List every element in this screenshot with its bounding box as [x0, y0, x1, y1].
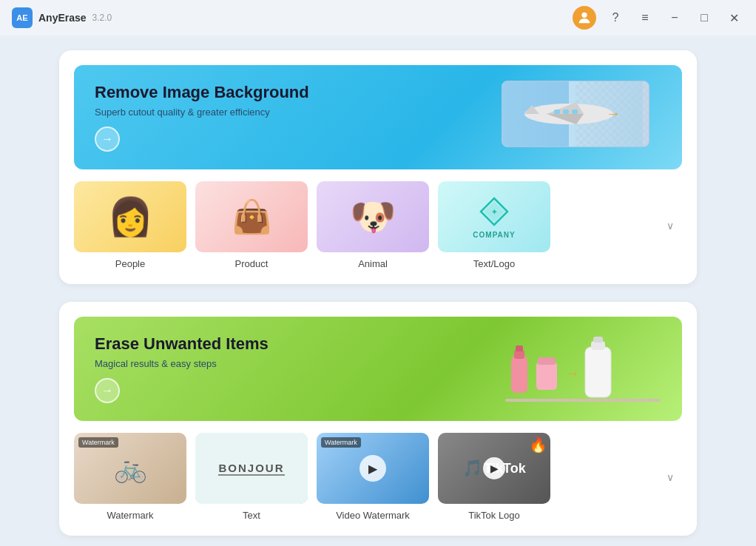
tool-item-textlogo[interactable]: ✦ COMPANY Text/Logo — [438, 181, 550, 269]
banner-image-1: → — [502, 81, 664, 155]
hot-badge: 🔥 — [529, 436, 547, 454]
banner-arrow-btn-2[interactable]: → — [95, 378, 120, 403]
tiktok-play-icon: ▶ — [483, 457, 505, 479]
plane-illustration: → — [502, 81, 664, 155]
titlebar-controls: ? ≡ − □ ✕ — [573, 6, 744, 30]
svg-rect-20 — [585, 347, 611, 397]
watermark-badge: Watermark — [78, 437, 118, 448]
svg-rect-18 — [538, 357, 556, 365]
banner-image-2: → — [502, 332, 664, 406]
user-avatar-button[interactable] — [573, 6, 596, 30]
tool-label-tiktok: TikTok Logo — [468, 510, 520, 521]
menu-button[interactable]: ≡ — [635, 7, 655, 28]
close-button[interactable]: ✕ — [723, 7, 744, 28]
svg-rect-7 — [554, 109, 560, 114]
tool-item-product[interactable]: 👜 Product — [195, 181, 308, 269]
tool-thumb-watermark: 🚲 Watermark — [74, 433, 186, 504]
tool-thumb-textlogo: ✦ COMPANY — [438, 181, 550, 252]
svg-rect-22 — [593, 337, 603, 343]
erase-items-banner: Erase Unwanted Items Magical results & e… — [74, 317, 682, 421]
remove-bg-tools: 👩 People 👜 Product 🐶 Animal — [74, 181, 682, 269]
titlebar: AE AnyErase 3.2.0 ? ≡ − □ ✕ — [0, 0, 756, 36]
svg-rect-23 — [505, 399, 661, 402]
tool-item-people[interactable]: 👩 People — [74, 181, 186, 269]
play-icon: ▶ — [360, 455, 386, 482]
svg-rect-14 — [511, 356, 527, 393]
tool-label-watermark: Watermark — [107, 510, 153, 521]
tool-thumb-people: 👩 — [74, 181, 186, 252]
svg-text:→: → — [606, 105, 621, 121]
tool-thumb-video: Watermark ▶ — [317, 433, 429, 504]
maximize-button[interactable]: □ — [694, 7, 715, 28]
section2-expand-button[interactable]: ∨ — [658, 465, 682, 489]
banner-subtitle-1: Superb cutout quality & greater efficien… — [95, 107, 309, 118]
tool-label-text: Text — [243, 510, 260, 521]
svg-text:→: → — [566, 366, 579, 381]
tool-item-video-watermark[interactable]: Watermark ▶ Video Watermark — [317, 433, 429, 521]
svg-rect-16 — [516, 346, 523, 351]
plane-img: → — [502, 81, 649, 147]
company-diamond-icon: ✦ — [478, 195, 510, 228]
banner-text-1: Remove Image Background Superb cutout qu… — [95, 83, 309, 152]
svg-text:✦: ✦ — [491, 208, 498, 216]
titlebar-left: AE AnyErase 3.2.0 — [12, 7, 112, 28]
tool-thumb-animal: 🐶 — [317, 181, 429, 252]
svg-rect-9 — [572, 109, 578, 114]
erase-tools: 🚲 Watermark Watermark BONJOUR Text Water… — [74, 433, 682, 521]
bottles-svg: → — [505, 334, 661, 404]
tool-label-animal: Animal — [358, 258, 388, 269]
minimize-button[interactable]: − — [664, 7, 685, 28]
section1-expand-button[interactable]: ∨ — [658, 214, 682, 237]
main-content: Remove Image Background Superb cutout qu… — [0, 36, 756, 546]
app-logo: AE — [12, 7, 33, 28]
svg-point-0 — [581, 13, 587, 18]
banner-arrow-btn-1[interactable]: → — [95, 127, 120, 152]
banner-title-1: Remove Image Background — [95, 83, 309, 102]
app-version: 3.2.0 — [92, 13, 112, 23]
banner-text-2: Erase Unwanted Items Magical results & e… — [95, 334, 269, 403]
tool-item-text[interactable]: BONJOUR Text — [195, 433, 308, 521]
remove-background-card: Remove Image Background Superb cutout qu… — [59, 50, 697, 284]
app-name: AnyErase — [38, 12, 87, 24]
tool-item-animal[interactable]: 🐶 Animal — [317, 181, 429, 269]
tool-thumb-tiktok: 🎵 TikTok ▶ 🔥 — [438, 433, 550, 504]
banner-title-2: Erase Unwanted Items — [95, 334, 269, 354]
bottles-illustration: → — [502, 332, 664, 406]
tool-label-people: People — [115, 258, 145, 269]
tool-thumb-product: 👜 — [195, 181, 308, 252]
tool-item-tiktok[interactable]: 🎵 TikTok ▶ 🔥 TikTok Logo — [438, 433, 550, 521]
erase-items-card: Erase Unwanted Items Magical results & e… — [59, 302, 697, 536]
remove-bg-banner: Remove Image Background Superb cutout qu… — [74, 65, 682, 169]
banner-subtitle-2: Magical results & easy steps — [95, 358, 269, 369]
tool-label-product: Product — [235, 258, 269, 269]
tool-thumb-text: BONJOUR — [195, 433, 308, 504]
tool-label-textlogo: Text/Logo — [473, 258, 515, 269]
tool-item-watermark[interactable]: 🚲 Watermark Watermark — [74, 433, 186, 521]
svg-rect-17 — [536, 362, 557, 390]
tool-label-video-watermark: Video Watermark — [336, 510, 410, 521]
svg-rect-8 — [563, 109, 569, 114]
video-watermark-badge: Watermark — [321, 437, 361, 448]
help-button[interactable]: ? — [605, 7, 626, 28]
